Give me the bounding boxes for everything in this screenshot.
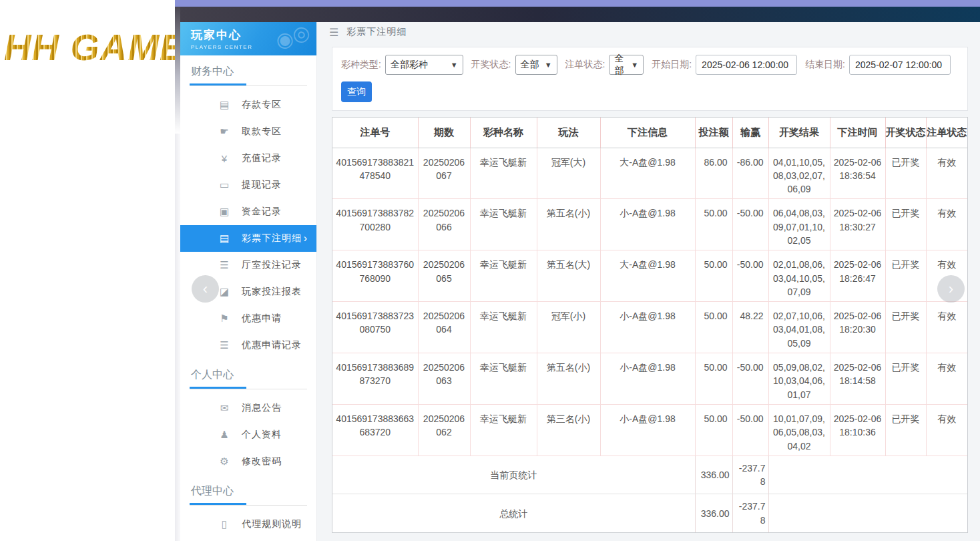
money-bag-icon: ¥ (218, 153, 231, 164)
hamburger-icon[interactable]: ☰ (329, 26, 338, 39)
table-cell: 2025-02-06 18:20:30 (830, 302, 885, 353)
table-cell: 已开奖 (885, 404, 926, 456)
promo-record-icon: ☰ (218, 339, 231, 351)
table-cell: 401569173883782700280 (332, 199, 418, 250)
table-cell: 401569173883723080750 (332, 302, 418, 353)
sidebar-item-label: 修改密码 (242, 456, 282, 468)
funds-record-icon: ▣ (218, 206, 231, 218)
end-date-input[interactable] (849, 55, 951, 75)
table-cell: 401569173883821478540 (332, 148, 418, 199)
table-cell: 已开奖 (885, 250, 926, 302)
sidebar-item-6-0[interactable]: ☰厅室投注记录 (180, 252, 316, 279)
sidebar-item-label: 存款专区 (242, 99, 282, 111)
sidebar-item-4-0[interactable]: ▣资金记录 (180, 198, 316, 225)
sidebar-item-1-1[interactable]: ♟个人资料 (180, 421, 316, 448)
table-cell: 2025-02-06 18:36:54 (830, 148, 885, 199)
page: HH GAME 玩家中心 PLAYERS CENTER ◉◎ 财务中心▤存款专区… (0, 0, 980, 541)
sidebar-item-9-0[interactable]: ☰优惠申请记录 (180, 332, 316, 359)
chevron-down-icon: ▼ (451, 61, 458, 69)
column-header: 开奖结果 (768, 118, 830, 148)
table-cell: 大-A盘@1.98 (600, 148, 695, 199)
table-cell: 50.00 (695, 302, 732, 353)
draw-status-select[interactable]: 全部 ▼ (515, 55, 557, 75)
collapse-left-button[interactable]: ‹ (192, 275, 219, 303)
section-divider (190, 503, 307, 506)
lottery-type-value: 全部彩种 (391, 59, 428, 71)
sidebar-item-1-0[interactable]: ☛取款专区 (180, 118, 316, 145)
document-icon: ▯ (218, 518, 231, 530)
table-cell: -50.00 (732, 199, 768, 250)
table-cell: 2025-02-06 18:14:58 (830, 353, 885, 405)
sidebar-item-0-1[interactable]: ✉消息公告 (180, 395, 316, 421)
table-cell: 50.00 (695, 353, 732, 405)
table-cell: 第三名(小) (537, 404, 600, 456)
sidebar-item-label: 充值记录 (242, 152, 282, 164)
sidebar-item-2-1[interactable]: ⚙修改密码 (180, 448, 316, 475)
table-cell: 小-A盘@1.98 (600, 302, 695, 353)
stats-label: 当前页统计 (332, 456, 695, 494)
table-cell: 小-A盘@1.98 (600, 353, 695, 405)
table-row: 40156917388376076809020250206065幸运飞艇新第五名… (332, 250, 967, 302)
table-cell: 20250206063 (418, 353, 470, 405)
brand-logo: HH GAME (4, 25, 179, 69)
section-title: 代理中心 (191, 484, 306, 498)
table-cell: 已开奖 (885, 302, 926, 353)
table-cell: 20250206064 (418, 302, 470, 353)
sidebar-item-2-0[interactable]: ¥充值记录 (180, 145, 316, 172)
section-title: 个人中心 (191, 368, 306, 382)
table-cell: 48.22 (732, 302, 768, 353)
table-cell: 50.00 (695, 250, 732, 302)
stats-row: 当前页统计336.00-237.78 (332, 456, 967, 494)
table-cell: 大-A盘@1.98 (600, 250, 695, 302)
table-cell: 幸运飞艇新 (470, 404, 537, 456)
table-row: 40156917388366368372020250206062幸运飞艇新第三名… (332, 404, 967, 456)
page-title: 彩票下注明细 (346, 26, 407, 38)
table-cell: 幸运飞艇新 (470, 148, 537, 199)
expand-right-button[interactable]: › (937, 275, 965, 303)
chevron-down-icon: ▼ (631, 61, 638, 69)
lottery-type-select[interactable]: 全部彩种 ▼ (385, 55, 463, 75)
sidebar-item-5-0[interactable]: ▤彩票下注明细› (180, 225, 316, 252)
sidebar-item-label: 提现记录 (242, 179, 282, 191)
sidebar-item-3-0[interactable]: ▭提现记录 (180, 172, 316, 198)
table-header-row: 注单号期数彩种名称玩法下注信息投注额输赢开奖结果下注时间开奖状态注单状态 (332, 118, 967, 148)
table-cell: 幸运飞艇新 (470, 353, 537, 405)
table-row: 40156917388368987327020250206063幸运飞艇新第五名… (332, 353, 967, 405)
section-title: 财务中心 (191, 65, 306, 79)
stats-bet-total: 336.00 (695, 456, 732, 494)
sidebar-item-1-2[interactable]: ▥代理团队统计 (180, 538, 316, 541)
column-header: 下注信息 (600, 118, 695, 148)
order-status-label: 注单状态: (565, 59, 605, 71)
chevron-right-icon: › (304, 232, 307, 244)
sidebar-menu: 财务中心▤存款专区☛取款专区¥充值记录▭提现记录▣资金记录▤彩票下注明细›☰厅室… (180, 65, 316, 541)
start-date-input[interactable] (696, 55, 797, 75)
order-status-select[interactable]: 全部 ▼ (609, 55, 644, 75)
table-cell: 有效 (926, 302, 967, 353)
column-header: 彩种名称 (470, 118, 537, 148)
table-cell: 有效 (926, 404, 967, 456)
table-cell: -86.00 (732, 148, 768, 199)
table-cell: 50.00 (695, 404, 732, 456)
table-cell: 20250206062 (418, 404, 470, 456)
draw-status-label: 开奖状态: (471, 59, 511, 71)
table-cell: 02,01,08,06,03,04,10,05,07,09 (768, 250, 830, 302)
column-header: 注单号 (332, 118, 418, 148)
report-chart-icon: ◪ (218, 286, 231, 298)
sidebar-header: 玩家中心 PLAYERS CENTER ◉◎ (180, 22, 316, 55)
section-divider (190, 387, 307, 389)
search-button[interactable]: 查询 (341, 81, 372, 102)
table-cell: 第五名(大) (537, 250, 600, 302)
sidebar-item-8-0[interactable]: ⚑优惠申请 (180, 305, 316, 332)
sidebar-item-label: 优惠申请记录 (242, 339, 302, 351)
table-cell: 2025-02-06 18:30:27 (830, 199, 885, 250)
main-area: ☰ 彩票下注明细 彩种类型: 全部彩种 ▼ 开奖状态: 全部 ▼ 注单状态 (317, 22, 980, 541)
table-cell: 06,04,08,03,09,07,01,10,02,05 (768, 199, 830, 250)
table-cell: 幸运飞艇新 (470, 199, 537, 250)
column-header: 输赢 (732, 118, 768, 148)
sidebar-item-0-0[interactable]: ▤存款专区 (180, 92, 316, 118)
table-cell: 有效 (926, 199, 967, 250)
bell-icon: ✉ (218, 402, 231, 414)
frame-edge (175, 134, 180, 541)
bets-table-card: 注单号期数彩种名称玩法下注信息投注额输赢开奖结果下注时间开奖状态注单状态 401… (332, 117, 968, 533)
sidebar-item-0-2[interactable]: ▯代理规则说明 (180, 511, 316, 538)
